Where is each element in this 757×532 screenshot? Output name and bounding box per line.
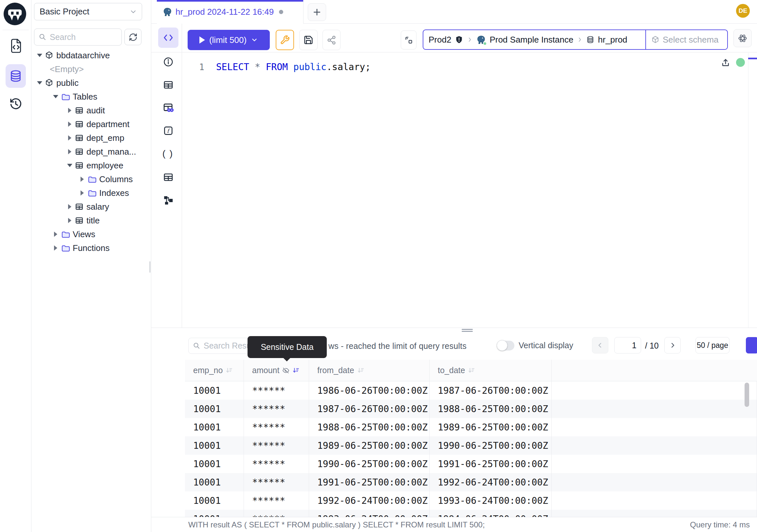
ai-assistant-button[interactable] [733,29,752,47]
sidebar-search[interactable] [34,28,122,46]
caret-collapsed-icon[interactable] [66,149,74,154]
tree-item-schema[interactable]: bbdataarchive [31,48,151,62]
caret-collapsed-icon[interactable] [66,218,74,223]
run-query-button[interactable]: (limit 500) [188,30,270,50]
procedures-panel-button[interactable]: ( ) [163,148,174,159]
history-nav-button[interactable] [9,96,23,111]
vertical-display-toggle[interactable] [497,341,514,351]
column-header-from-date[interactable]: from_date [309,360,430,381]
table-row[interactable]: 10001 ****** 1986-06-26T00:00:00Z 1987-0… [185,381,757,400]
tree-item-schema[interactable]: public [31,76,151,90]
database-nav-button[interactable] [6,64,26,88]
chevron-down-icon [251,36,258,44]
caret-collapsed-icon[interactable] [66,204,74,209]
sort-icon[interactable] [468,367,475,374]
tables-panel-button[interactable] [163,79,174,90]
column-name: from_date [317,365,354,375]
schema-select[interactable]: Select schema [646,35,719,45]
refresh-schema-button[interactable] [124,29,141,45]
tree-item-functions-folder[interactable]: Functions [31,241,151,255]
bytebase-logo[interactable] [4,3,26,25]
export-button[interactable] [746,337,757,354]
sidebar-search-input[interactable] [50,32,112,42]
caret-collapsed-icon[interactable] [66,108,74,113]
admin-wrench-button[interactable] [276,30,294,50]
new-tab-button[interactable] [308,3,326,21]
tree-item-columns-folder[interactable]: Columns [31,172,151,186]
table-row[interactable]: 10001 ****** 1988-06-25T00:00:00Z 1989-0… [185,418,757,436]
upload-sheet-button[interactable] [721,58,731,68]
splitter-grip[interactable] [462,329,473,333]
sort-icon[interactable] [357,367,364,374]
tree-item-label: Functions [73,243,110,253]
caret-collapsed-icon[interactable] [52,232,60,237]
share-button[interactable] [322,30,341,50]
schema-tree: bbdataarchive <Empty> public Tables audi… [31,48,151,255]
tree-item-table[interactable]: title [31,214,151,227]
sort-icon-active[interactable] [292,367,299,374]
tree-item-table[interactable]: audit [31,104,151,117]
sort-icon[interactable] [226,367,232,374]
page-number-input[interactable] [614,337,641,354]
tree-item-tables-folder[interactable]: Tables [31,90,151,104]
tree-item-table[interactable]: salary [31,200,151,214]
environment-shield-icon [455,35,463,44]
panel-splitter[interactable] [151,328,757,332]
functions-panel-button[interactable]: f [163,125,174,136]
cell-amount-masked: ****** [244,473,309,491]
column-header-amount[interactable]: amount [244,360,309,381]
cell-emp-no: 10001 [185,510,244,517]
tree-item-table-employee[interactable]: employee [31,159,151,172]
info-panel-button[interactable] [163,56,174,68]
worksheet-nav-button[interactable] [9,38,23,54]
schema-cube-icon [45,51,53,60]
user-avatar[interactable]: DE [736,4,750,18]
tree-item-views-folder[interactable]: Views [31,227,151,241]
external-tables-panel-button[interactable] [163,172,174,183]
caret-expanded-icon[interactable] [66,164,74,167]
tab-worksheet[interactable]: hr_prod 2024-11-22 16:49 [157,0,304,24]
table-row[interactable]: 10001 ****** 1993-06-24T00:00:00Z 1994-0… [185,510,757,517]
table-icon [75,216,83,225]
sensitive-data-panel-button[interactable] [163,102,174,113]
table-row[interactable]: 10001 ****** 1987-06-26T00:00:00Z 1988-0… [185,400,757,418]
tree-item-table[interactable]: department [31,117,151,131]
connection-breadcrumb[interactable]: Prod2 Prod Sample Instance hr [423,29,728,50]
next-page-button[interactable] [664,337,681,354]
column-header-emp-no[interactable]: emp_no [185,360,244,381]
table-icon [163,79,173,90]
page-size-select[interactable]: 50 / page [695,337,730,354]
cell-from-date: 1986-06-26T00:00:00Z [309,381,430,400]
editor-mode-button[interactable] [158,27,178,48]
sql-schema-token: public [293,62,326,73]
save-button[interactable] [299,30,318,50]
database-label: hr_prod [598,35,627,45]
column-header-to-date[interactable]: to_date [430,360,552,381]
caret-expanded-icon[interactable] [36,81,44,84]
caret-expanded-icon[interactable] [52,95,60,98]
caret-expanded-icon[interactable] [36,54,44,57]
table-row[interactable]: 10001 ****** 1992-06-24T00:00:00Z 1993-0… [185,491,757,510]
caret-collapsed-icon[interactable] [52,245,60,251]
table-row[interactable]: 10001 ****** 1991-06-25T00:00:00Z 1992-0… [185,473,757,491]
prev-page-button[interactable] [592,337,608,354]
tree-item-table[interactable]: dept_emp [31,131,151,145]
sql-editor-line[interactable]: SELECT * FROM public.salary; [216,62,371,73]
table-row[interactable]: 10001 ****** 1990-06-25T00:00:00Z 1991-0… [185,455,757,473]
tree-item-table[interactable]: dept_mana... [31,145,151,159]
search-icon [193,342,200,350]
caret-collapsed-icon[interactable] [78,176,86,182]
tree-item-label: audit [86,106,105,116]
caret-collapsed-icon[interactable] [66,135,74,141]
save-floppy-icon [304,35,313,45]
table-row[interactable]: 10001 ****** 1989-06-25T00:00:00Z 1990-0… [185,436,757,455]
connection-panel-button[interactable] [401,30,416,49]
caret-collapsed-icon[interactable] [66,121,74,127]
schema-diagram-button[interactable] [163,195,174,206]
results-scrollbar-thumb[interactable] [744,383,749,407]
caret-collapsed-icon[interactable] [78,190,86,196]
project-selector[interactable]: Basic Project [34,3,142,20]
results-header-row: emp_no amount from_date to_date [185,360,757,381]
cell-emp-no: 10001 [185,381,244,400]
tree-item-indexes-folder[interactable]: Indexes [31,186,151,200]
